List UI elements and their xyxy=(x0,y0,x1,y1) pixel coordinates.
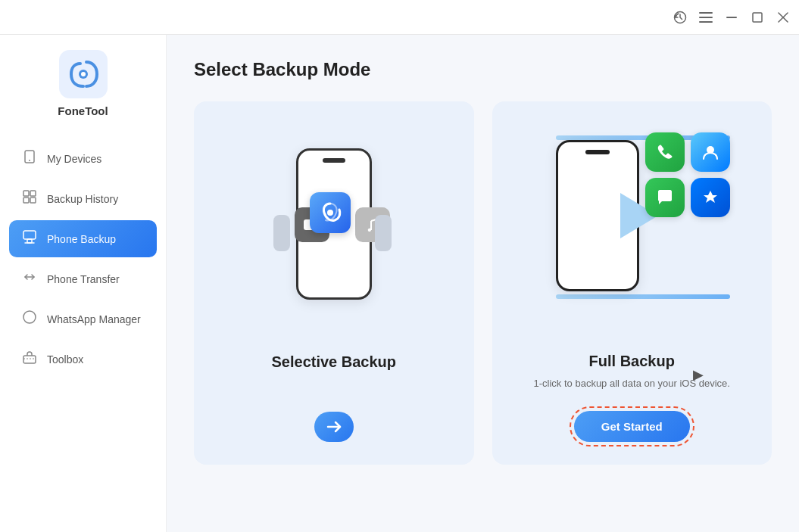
selective-backup-illustration xyxy=(212,124,456,338)
cards-container: Selective Backup xyxy=(194,101,772,465)
sidebar-item-phone-transfer-label: Phone Transfer xyxy=(47,273,120,285)
sidebar-item-toolbox[interactable]: Toolbox xyxy=(9,341,157,378)
svg-rect-17 xyxy=(23,231,36,239)
selective-phone xyxy=(258,133,410,330)
svg-point-10 xyxy=(81,72,86,76)
svg-rect-4 xyxy=(726,17,737,18)
full-backup-title: Full Backup xyxy=(589,353,675,370)
appstore-app-icon xyxy=(691,178,730,217)
get-started-wrapper: Get Started xyxy=(574,411,690,442)
svg-point-20 xyxy=(23,311,36,323)
sidebar-item-backup-history-label: Backup History xyxy=(47,193,118,205)
svg-point-24 xyxy=(327,210,333,216)
sidebar-item-whatsapp-manager[interactable]: WhatsApp Manager xyxy=(9,300,157,338)
backup-history-icon xyxy=(21,189,38,208)
toolbox-icon xyxy=(21,350,38,369)
sidebar-item-my-devices[interactable]: My Devices xyxy=(9,140,157,177)
messages-app-icon xyxy=(645,178,685,217)
svg-rect-2 xyxy=(699,17,713,18)
sidebar-item-phone-backup-label: Phone Backup xyxy=(47,233,116,245)
history-icon[interactable] xyxy=(673,11,687,24)
sidebar-item-whatsapp-manager-label: WhatsApp Manager xyxy=(47,313,141,325)
whatsapp-manager-icon xyxy=(21,310,38,328)
full-backup-card: Full Backup 1-click to backup all data o… xyxy=(492,101,772,465)
get-started-button[interactable]: Get Started xyxy=(574,411,690,442)
logo-area: FoneTool xyxy=(58,50,108,117)
sidebar-item-toolbox-label: Toolbox xyxy=(47,353,83,366)
sidebar-item-my-devices-label: My Devices xyxy=(47,153,101,165)
page-title: Select Backup Mode xyxy=(194,59,772,80)
svg-rect-21 xyxy=(23,356,36,363)
main-content: Select Backup Mode xyxy=(167,35,799,532)
app-logo xyxy=(59,50,108,98)
svg-rect-1 xyxy=(699,12,713,14)
svg-rect-3 xyxy=(699,21,713,23)
full-backup-illustration xyxy=(510,124,754,338)
svg-point-12 xyxy=(29,160,30,161)
svg-rect-5 xyxy=(753,13,762,22)
svg-rect-16 xyxy=(30,198,36,203)
nav-list: My Devices Backup History xyxy=(0,140,166,378)
sidebar: FoneTool My Devices xyxy=(0,35,167,532)
svg-rect-14 xyxy=(30,191,36,196)
app-name: FoneTool xyxy=(58,104,108,117)
maximize-icon[interactable] xyxy=(751,11,764,24)
bar-bottom xyxy=(556,294,730,299)
sidebar-item-backup-history[interactable]: Backup History xyxy=(9,180,157,217)
selective-backup-card: Selective Backup xyxy=(194,101,474,465)
contact-app-icon xyxy=(691,132,730,172)
selective-backup-desc xyxy=(332,378,336,394)
phone-app-icon xyxy=(645,132,685,172)
phone-transfer-icon xyxy=(21,269,38,288)
selective-backup-button[interactable] xyxy=(314,412,354,442)
app-container: FoneTool My Devices xyxy=(0,35,799,532)
app-icons-grid xyxy=(645,132,730,217)
sidebar-item-phone-transfer[interactable]: Phone Transfer xyxy=(9,260,157,297)
selective-backup-title: Selective Backup xyxy=(271,353,396,371)
menu-icon[interactable] xyxy=(699,11,713,24)
title-bar xyxy=(0,0,799,35)
phone-backup-icon xyxy=(21,229,38,248)
minimize-icon[interactable] xyxy=(725,11,738,24)
cursor-indicator: ▶ xyxy=(693,366,704,383)
my-devices-icon xyxy=(21,149,38,168)
full-backup-phone xyxy=(533,125,730,337)
svg-rect-13 xyxy=(23,191,29,196)
close-icon[interactable] xyxy=(776,11,790,24)
sidebar-item-phone-backup[interactable]: Phone Backup xyxy=(9,220,157,257)
svg-rect-15 xyxy=(23,198,29,203)
